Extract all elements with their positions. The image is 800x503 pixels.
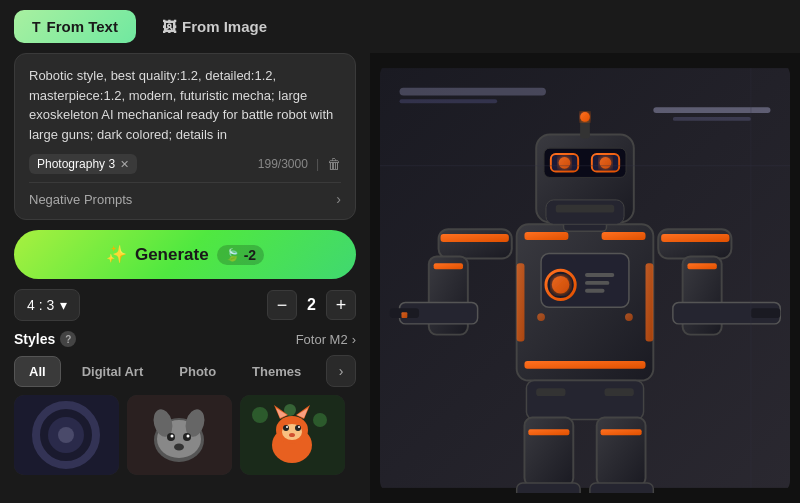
- help-icon[interactable]: ?: [60, 331, 76, 347]
- quantity-increase-btn[interactable]: +: [326, 290, 356, 320]
- svg-rect-43: [585, 281, 609, 285]
- negative-prompts-row[interactable]: Negative Prompts ›: [29, 182, 341, 207]
- svg-rect-77: [556, 205, 615, 213]
- svg-point-15: [252, 407, 268, 423]
- style-thumbnails: [14, 395, 356, 475]
- prompt-text: Robotic style, best quality:1.2, detaile…: [29, 66, 341, 144]
- chevron-right-icon: ›: [352, 332, 356, 347]
- svg-rect-36: [524, 232, 568, 240]
- fotor-model-label: Fotor M2: [296, 332, 348, 347]
- style-tab-photo[interactable]: Photo: [164, 356, 231, 387]
- svg-rect-54: [439, 229, 512, 258]
- svg-rect-60: [658, 229, 731, 258]
- svg-rect-51: [601, 429, 642, 435]
- styles-header: Styles ? Fotor M2 ›: [14, 331, 356, 347]
- svg-rect-59: [401, 312, 407, 318]
- credit-value: -2: [244, 247, 256, 263]
- svg-point-3: [58, 427, 74, 443]
- char-count: 199/3000: [258, 157, 308, 171]
- tab-from-text[interactable]: T From Text: [14, 10, 136, 43]
- svg-rect-44: [585, 289, 605, 293]
- negative-prompts-label: Negative Prompts: [29, 192, 336, 207]
- style-tab-all[interactable]: All: [14, 356, 61, 387]
- leaf-icon: 🍃: [225, 248, 240, 262]
- svg-rect-49: [597, 418, 646, 486]
- style-tab-themes[interactable]: Themes: [237, 356, 316, 387]
- robot-svg: [380, 63, 790, 493]
- tag-close-btn[interactable]: ✕: [120, 158, 129, 171]
- svg-point-72: [600, 157, 612, 169]
- sparkle-icon: ✨: [106, 244, 127, 265]
- svg-rect-52: [517, 483, 580, 493]
- chevron-down-icon: ▾: [60, 297, 67, 313]
- divider: |: [316, 157, 319, 171]
- svg-point-12: [187, 435, 190, 438]
- svg-rect-33: [653, 107, 770, 113]
- style-tabs-next-btn[interactable]: ›: [326, 355, 356, 387]
- text-icon: T: [32, 19, 41, 35]
- svg-point-11: [171, 435, 174, 438]
- style-thumb-3[interactable]: [240, 395, 345, 475]
- svg-rect-46: [536, 388, 565, 396]
- generate-button[interactable]: ✨ Generate 🍃 -2: [14, 230, 356, 279]
- svg-point-25: [283, 425, 289, 431]
- svg-rect-47: [605, 388, 634, 396]
- svg-point-26: [295, 425, 301, 431]
- styles-section: Styles ? Fotor M2 › All Digital Art Phot…: [14, 331, 356, 475]
- tab-from-image[interactable]: 🖼 From Image: [144, 10, 285, 43]
- svg-rect-31: [400, 88, 546, 96]
- tag-label: Photography 3: [37, 157, 115, 171]
- svg-point-74: [580, 112, 590, 122]
- svg-rect-34: [673, 117, 751, 121]
- fotor-model-link[interactable]: Fotor M2 ›: [296, 332, 356, 347]
- svg-rect-78: [517, 263, 525, 341]
- tab-from-text-label: From Text: [47, 18, 118, 35]
- svg-rect-62: [688, 263, 717, 269]
- styles-title: Styles ?: [14, 331, 76, 347]
- svg-point-81: [625, 313, 633, 321]
- svg-rect-65: [441, 234, 509, 242]
- style-thumb-2[interactable]: [127, 395, 232, 475]
- prompt-tags: Photography 3 ✕ 199/3000 | 🗑: [29, 154, 341, 174]
- svg-rect-45: [526, 381, 643, 420]
- aspect-ratio-value: 4 : 3: [27, 297, 54, 313]
- svg-rect-56: [434, 263, 463, 269]
- svg-point-17: [313, 413, 327, 427]
- right-panel: [370, 53, 800, 503]
- svg-point-13: [174, 444, 184, 451]
- svg-rect-37: [602, 232, 646, 240]
- svg-rect-53: [590, 483, 653, 493]
- main-layout: Robotic style, best quality:1.2, detaile…: [0, 53, 800, 503]
- clear-prompt-btn[interactable]: 🗑: [327, 156, 341, 172]
- svg-point-27: [286, 426, 288, 428]
- tag-chip-photography[interactable]: Photography 3 ✕: [29, 154, 137, 174]
- svg-point-71: [559, 157, 571, 169]
- quantity-control: − 2 +: [267, 290, 356, 320]
- style-thumb-1[interactable]: [14, 395, 119, 475]
- prompt-box[interactable]: Robotic style, best quality:1.2, detaile…: [14, 53, 356, 220]
- svg-rect-32: [400, 99, 498, 103]
- tab-from-image-label: From Image: [182, 18, 267, 35]
- svg-rect-48: [524, 418, 573, 486]
- quantity-value: 2: [307, 296, 316, 314]
- quantity-decrease-btn[interactable]: −: [267, 290, 297, 320]
- svg-rect-38: [524, 361, 645, 369]
- svg-point-80: [537, 313, 545, 321]
- tab-bar: T From Text 🖼 From Image: [0, 0, 800, 53]
- svg-rect-66: [661, 234, 729, 242]
- svg-rect-64: [751, 308, 780, 318]
- aspect-ratio-select[interactable]: 4 : 3 ▾: [14, 289, 80, 321]
- style-tab-digital-art[interactable]: Digital Art: [67, 356, 159, 387]
- svg-rect-42: [585, 273, 614, 277]
- image-icon: 🖼: [162, 19, 176, 35]
- svg-point-29: [289, 433, 295, 437]
- generate-label: Generate: [135, 245, 209, 265]
- svg-rect-79: [646, 263, 654, 341]
- controls-row: 4 : 3 ▾ − 2 +: [14, 289, 356, 321]
- styles-title-text: Styles: [14, 331, 55, 347]
- style-tabs: All Digital Art Photo Themes ›: [14, 355, 356, 387]
- credit-badge: 🍃 -2: [217, 245, 264, 265]
- chevron-right-icon: ›: [336, 191, 341, 207]
- left-panel: Robotic style, best quality:1.2, detaile…: [0, 53, 370, 503]
- generated-image: [380, 63, 790, 493]
